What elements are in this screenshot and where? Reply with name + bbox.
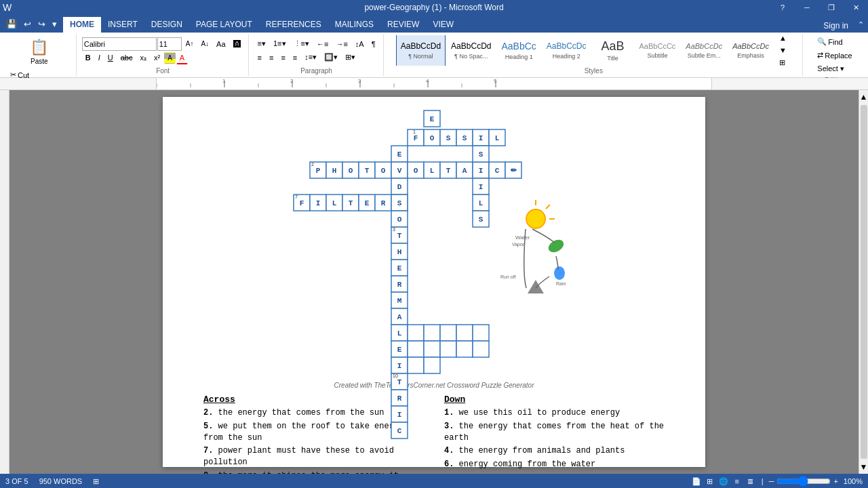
svg-text:C: C (397, 427, 402, 435)
decrease-font-button[interactable]: A↓ (197, 38, 212, 49)
svg-text:7: 7 (295, 195, 298, 199)
scroll-up-button[interactable]: ▲ (858, 90, 868, 104)
multilevel-list-button[interactable]: ⋮≡▾ (290, 37, 313, 50)
draft-view-button[interactable]: ≣ (745, 476, 756, 487)
zoom-in-button[interactable]: + (833, 477, 837, 485)
tab-insert[interactable]: INSERT (101, 17, 144, 33)
style-title-label: Title (607, 55, 618, 62)
numbering-button[interactable]: 1≡▾ (270, 37, 290, 50)
show-marks-button[interactable]: ¶ (368, 38, 379, 50)
style-subtitle[interactable]: AaBbCcCc Subtitle (635, 35, 681, 66)
align-left-button[interactable]: ≡ (254, 52, 265, 64)
superscript-button[interactable]: x² (151, 52, 163, 64)
align-center-button[interactable]: ≡ (266, 52, 277, 64)
svg-rect-108 (456, 341, 473, 357)
font-name-input[interactable] (82, 37, 157, 51)
text-highlight-button[interactable]: A (164, 52, 176, 64)
increase-font-button[interactable]: A↑ (182, 38, 197, 49)
outline-view-button[interactable]: ≡ (732, 476, 743, 487)
undo-button[interactable]: ↩ (22, 18, 33, 30)
svg-text:O: O (430, 134, 435, 142)
style-subtleem-label: Subtle Em... (688, 52, 721, 59)
clue-num-d4: 4. (444, 446, 454, 455)
vertical-scrollbar[interactable]: ▲ ▼ (859, 90, 868, 474)
credit-text: Created with TheTeachersCorner.net Cross… (203, 382, 665, 389)
clue-text-2: the energy that comes from the sun (218, 408, 384, 418)
font-size-input[interactable] (157, 37, 182, 51)
help-button[interactable]: ? (770, 0, 795, 15)
svg-text:R: R (381, 199, 386, 207)
select-button[interactable]: Select ▾ (814, 62, 855, 75)
sign-in-button[interactable]: Sign in (818, 21, 854, 30)
italic-button[interactable]: I (95, 52, 104, 64)
styles-scroll-down[interactable]: ▼ (776, 44, 790, 56)
font-color-button[interactable]: A (176, 52, 188, 64)
web-layout-button[interactable]: 🌐 (718, 476, 729, 487)
style-heading1[interactable]: AaBbCc Heading 1 (496, 35, 540, 66)
window-controls: ? ─ ❐ ✕ (770, 0, 868, 15)
justify-button[interactable]: ≡ (290, 52, 300, 64)
tab-page-layout[interactable]: PAGE LAYOUT (189, 17, 259, 33)
svg-text:S: S (446, 134, 451, 142)
qa-dropdown-button[interactable]: ▾ (50, 18, 59, 30)
clear-format-button[interactable]: 🅰 (230, 38, 244, 50)
change-case-button[interactable]: Aa (213, 38, 229, 50)
style-normal-label: ¶ Normal (408, 53, 433, 60)
main-area: E F 1 O S S I L (0, 90, 868, 474)
align-right-button[interactable]: ≡ (277, 52, 288, 64)
spell-check-icon[interactable]: ⊞ (93, 477, 99, 486)
svg-text:V: V (397, 167, 402, 175)
tab-references[interactable]: REFERENCES (259, 17, 328, 33)
scroll-down-button[interactable]: ▼ (858, 460, 868, 474)
style-no-spacing[interactable]: AaBbCcDd ¶ No Spac... (446, 35, 496, 66)
svg-line-131 (546, 205, 550, 209)
tab-view[interactable]: VIEW (426, 17, 460, 33)
shading-button[interactable]: 🔲▾ (321, 51, 341, 64)
sort-button[interactable]: ↕A (352, 38, 368, 50)
full-screen-button[interactable]: ⊞ (705, 476, 715, 487)
restore-button[interactable]: ❐ (819, 0, 844, 15)
svg-text:M: M (397, 297, 402, 305)
style-emphasis[interactable]: AaBbCcDc Emphasis (728, 35, 774, 66)
styles-more-button[interactable]: ⊞ (776, 56, 790, 66)
collapse-ribbon-button[interactable]: ⌃ (854, 19, 868, 30)
svg-text:10: 10 (393, 373, 398, 378)
zoom-slider[interactable] (776, 476, 831, 487)
line-spacing-button[interactable]: ↕≡▾ (301, 51, 320, 64)
bold-button[interactable]: B (82, 52, 94, 64)
style-subtle-emphasis[interactable]: AaBbCcDc Subtle Em... (681, 35, 727, 66)
find-button[interactable]: 🔍 Find (814, 35, 855, 48)
tab-design[interactable]: DESIGN (144, 17, 189, 33)
style-normal[interactable]: AaBbCcDd ¶ Normal (396, 35, 446, 66)
borders-button[interactable]: ⊞▾ (342, 51, 359, 64)
subscript-button[interactable]: x₂ (136, 52, 150, 64)
tab-mailings[interactable]: MAILINGS (328, 17, 380, 33)
minimize-button[interactable]: ─ (795, 0, 819, 15)
close-button[interactable]: ✕ (844, 0, 868, 15)
document-page: E F 1 O S S I L (163, 97, 705, 467)
replace-button[interactable]: ⇄ Replace (814, 49, 855, 62)
print-layout-button[interactable]: 📄 (691, 476, 702, 487)
strikethrough-button[interactable]: abc (117, 52, 136, 64)
editing-buttons: 🔍 Find ⇄ Replace Select ▾ (814, 35, 855, 75)
svg-rect-98 (440, 325, 456, 341)
styles-scroll-up[interactable]: ▲ (776, 35, 790, 44)
underline-button[interactable]: U (104, 52, 117, 64)
zoom-out-button[interactable]: ─ (769, 477, 774, 485)
redo-button[interactable]: ↪ (36, 18, 47, 30)
svg-text:2: 2 (290, 78, 294, 84)
bullets-button[interactable]: ≡▾ (254, 37, 269, 50)
save-qa-button[interactable]: 💾 (4, 18, 19, 30)
tab-home[interactable]: HOME (63, 17, 101, 33)
scroll-thumb[interactable] (861, 105, 867, 459)
svg-rect-109 (473, 341, 489, 357)
tab-review[interactable]: REVIEW (380, 17, 426, 33)
decrease-indent-button[interactable]: ←≡ (313, 38, 332, 50)
style-title[interactable]: AaB Title (592, 35, 634, 66)
document-area[interactable]: E F 1 O S S I L (9, 90, 859, 474)
paste-button[interactable]: 📋 Paste (24, 35, 54, 68)
increase-indent-button[interactable]: →≡ (332, 38, 351, 50)
clue-num-d3: 3. (444, 422, 454, 431)
style-heading2[interactable]: AaBbCcDc Heading 2 (542, 35, 591, 66)
svg-rect-105 (408, 341, 424, 357)
